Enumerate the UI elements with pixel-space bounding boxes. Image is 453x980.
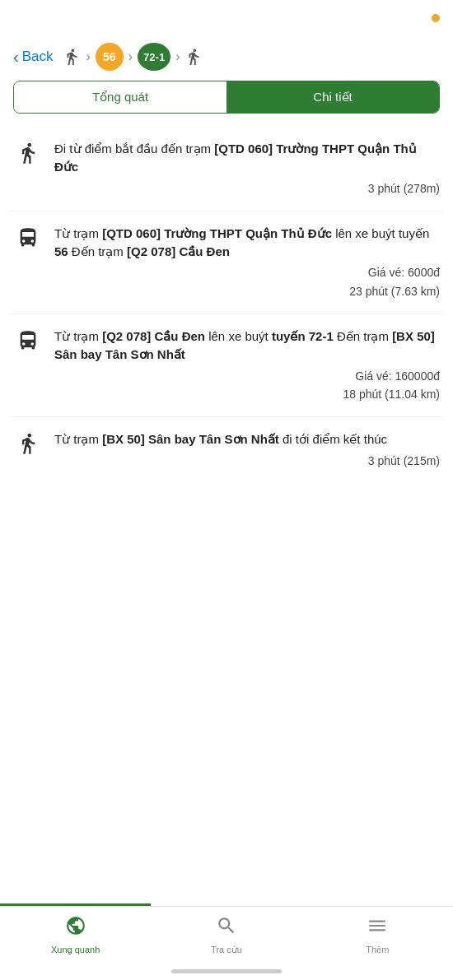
nav-header: ‹ Back › 56 › 72-1 › — [0, 36, 453, 81]
step-2-text: Từ trạm [QTD 060] Trường THPT Quận Thủ Đ… — [54, 225, 440, 261]
step-3-meta: Giá vé: 160000đ18 phút (11.04 km) — [54, 367, 440, 404]
route-badge-721: 72-1 — [138, 43, 170, 71]
tab-tong-quat[interactable]: Tổng quát — [14, 81, 226, 113]
step-3-icon — [13, 329, 43, 352]
chevron-2: › — [128, 49, 133, 64]
step-4-meta: 3 phút (215m) — [54, 452, 440, 470]
walk-icon-end — [184, 48, 203, 66]
step-1-content: Đi từ điểm bắt đầu đến trạm [QTD 060] Tr… — [54, 140, 440, 197]
step-4-walk: Từ trạm [BX 50] Sân bay Tân Sơn Nhất đi … — [10, 417, 443, 483]
search-icon — [216, 915, 237, 941]
step-2-content: Từ trạm [QTD 060] Trường THPT Quận Thủ Đ… — [54, 225, 440, 300]
nav-item-them[interactable]: Thêm — [302, 915, 453, 954]
menu-icon — [367, 915, 388, 941]
nav-item-tra-cuu[interactable]: Tra cứu — [151, 915, 301, 955]
back-chevron-icon: ‹ — [13, 48, 19, 67]
tab-chi-tiet[interactable]: Chi tiết — [226, 81, 439, 113]
step-1-walk: Đi từ điểm bắt đầu đến trạm [QTD 060] Tr… — [10, 127, 443, 211]
route-badge-56: 56 — [96, 43, 124, 71]
nav-label-xung-quanh: Xung quanh — [51, 945, 100, 954]
nav-item-xung-quanh[interactable]: Xung quanh — [0, 915, 151, 954]
step-1-icon — [13, 142, 43, 165]
globe-icon — [65, 915, 86, 941]
step-1-meta: 3 phút (278m) — [54, 179, 440, 197]
step-2-meta: Giá vé: 6000đ23 phút (7.63 km) — [54, 263, 440, 300]
step-3-content: Từ trạm [Q2 078] Cầu Đen lên xe buýt tuy… — [54, 327, 440, 403]
step-1-text: Đi từ điểm bắt đầu đến trạm [QTD 060] Tr… — [54, 140, 440, 176]
walk-icon-start — [63, 48, 81, 66]
step-2-icon — [13, 226, 43, 249]
back-label: Back — [22, 49, 54, 65]
tabs: Tổng quát Chi tiết — [13, 81, 440, 114]
route-breadcrumb: › 56 › 72-1 › — [63, 43, 203, 71]
nav-label-them: Thêm — [366, 945, 389, 954]
chevron-1: › — [86, 49, 90, 64]
steps-list: Đi từ điểm bắt đầu đến trạm [QTD 060] Tr… — [0, 127, 453, 484]
step-4-text: Từ trạm [BX 50] Sân bay Tân Sơn Nhất đi … — [54, 430, 440, 448]
status-indicator — [432, 14, 440, 22]
chevron-3: › — [175, 49, 180, 64]
back-button[interactable]: ‹ Back — [13, 48, 53, 67]
step-3-bus: Từ trạm [Q2 078] Cầu Đen lên xe buýt tuy… — [10, 314, 443, 417]
step-3-text: Từ trạm [Q2 078] Cầu Đen lên xe buýt tuy… — [54, 327, 440, 364]
step-4-icon — [13, 432, 43, 455]
step-2-bus: Từ trạm [QTD 060] Trường THPT Quận Thủ Đ… — [10, 211, 443, 314]
home-indicator — [171, 969, 282, 973]
status-bar — [0, 0, 453, 36]
step-4-content: Từ trạm [BX 50] Sân bay Tân Sơn Nhất đi … — [54, 430, 440, 470]
nav-label-tra-cuu: Tra cứu — [211, 945, 242, 955]
